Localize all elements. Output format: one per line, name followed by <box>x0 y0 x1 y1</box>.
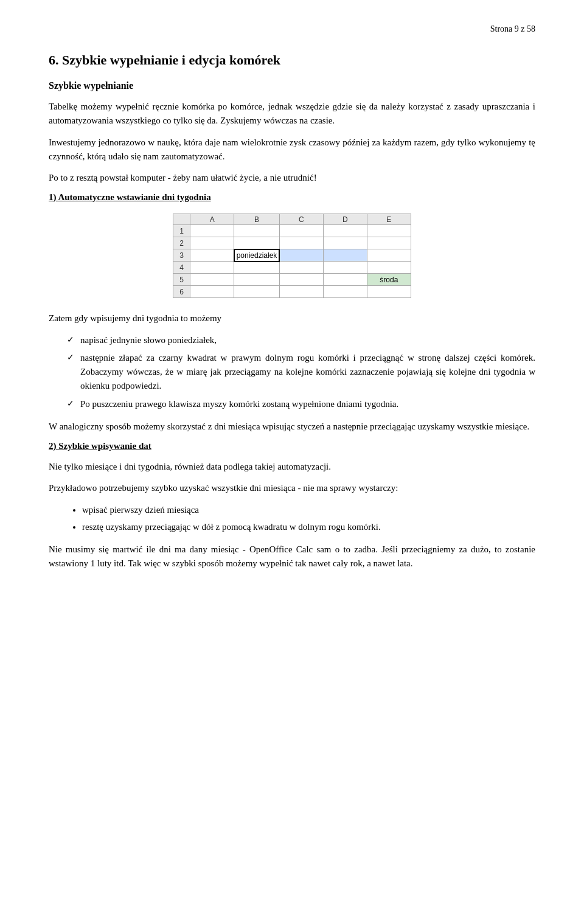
row-header-5: 5 <box>173 274 190 286</box>
table-row: 2 <box>173 237 411 249</box>
section1-checklist: napisać jednynie słowo poniedziałek, nas… <box>67 333 535 411</box>
col-header-d: D <box>323 214 367 225</box>
col-header-e: E <box>367 214 411 225</box>
cell-2d <box>323 237 367 249</box>
page-title: 6. Szybkie wypełnianie i edycja komórek <box>49 52 535 68</box>
row-header-4: 4 <box>173 262 190 274</box>
section1-intro: Zatem gdy wpisujemy dni tygodnia to może… <box>49 311 535 325</box>
table-row: 3 poniedziałek <box>173 249 411 262</box>
cell-1b <box>234 225 280 237</box>
intro-paragraph-1: Tabelkę możemy wypełnić ręcznie komórka … <box>49 100 535 128</box>
section2-bullets: wpisać pierwszy dzień miesiąca resztę uz… <box>82 503 535 535</box>
list-item: wpisać pierwszy dzień miesiąca <box>82 503 535 517</box>
cell-1d <box>323 225 367 237</box>
cell-3a <box>190 249 234 262</box>
table-row: 1 <box>173 225 411 237</box>
page-number: Strona 9 z 58 <box>49 24 535 34</box>
cell-1e <box>367 225 411 237</box>
cell-2c <box>279 237 323 249</box>
col-header-b: B <box>234 214 280 225</box>
cell-5a <box>190 274 234 286</box>
section1-heading: 1) Automatyczne wstawianie dni tygodnia <box>49 192 535 203</box>
cell-2a <box>190 237 234 249</box>
spreadsheet-container: A B C D E 1 2 <box>49 214 535 298</box>
cell-3b-poniedzialek: poniedziałek <box>234 249 280 262</box>
section2-paragraph-1: Nie tylko miesiące i dni tygodnia, równi… <box>49 460 535 474</box>
cell-5d <box>323 274 367 286</box>
list-item: następnie złapać za czarny kwadrat w pra… <box>67 351 535 394</box>
cell-5b <box>234 274 280 286</box>
cell-3d <box>323 249 367 262</box>
intro-paragraph-2: Inwestujemy jednorazowo w naukę, która d… <box>49 136 535 164</box>
col-header-c: C <box>279 214 323 225</box>
cell-6b <box>234 286 280 298</box>
table-row: 4 <box>173 262 411 274</box>
cell-1c <box>279 225 323 237</box>
table-row: 5 środa <box>173 274 411 286</box>
cell-6e <box>367 286 411 298</box>
section2-outro: Nie musimy się martwić ile dni ma dany m… <box>49 543 535 571</box>
col-header-empty <box>173 214 190 225</box>
section1-outro: W analogiczny sposób możemy skorzystać z… <box>49 420 535 434</box>
cell-4d <box>323 262 367 274</box>
row-header-3: 3 <box>173 249 190 262</box>
spreadsheet: A B C D E 1 2 <box>173 214 411 298</box>
cell-6a <box>190 286 234 298</box>
cell-3e <box>367 249 411 262</box>
section2-heading: 2) Szybkie wpisywanie dat <box>49 441 535 451</box>
list-item: Po puszczeniu prawego klawisza myszy kom… <box>67 397 535 411</box>
row-header-1: 1 <box>173 225 190 237</box>
intro-paragraph-3: Po to z resztą powstał komputer - żeby n… <box>49 171 535 185</box>
table-row: 6 <box>173 286 411 298</box>
cell-3c <box>279 249 323 262</box>
col-header-a: A <box>190 214 234 225</box>
cell-4a <box>190 262 234 274</box>
cell-6d <box>323 286 367 298</box>
cell-6c <box>279 286 323 298</box>
section2-paragraph-2: Przykładowo potrzebujemy szybko uzyskać … <box>49 481 535 495</box>
list-item: resztę uzyskamy przeciągając w dół z pom… <box>82 520 535 534</box>
cell-2b <box>234 237 280 249</box>
cell-4e <box>367 262 411 274</box>
row-header-2: 2 <box>173 237 190 249</box>
section-subtitle: Szybkie wypełnianie <box>49 80 535 91</box>
cell-5e-sroda: środa <box>367 274 411 286</box>
cell-1a <box>190 225 234 237</box>
cell-5c <box>279 274 323 286</box>
cell-2e <box>367 237 411 249</box>
cell-4c <box>279 262 323 274</box>
list-item: napisać jednynie słowo poniedziałek, <box>67 333 535 347</box>
row-header-6: 6 <box>173 286 190 298</box>
cell-4b <box>234 262 280 274</box>
